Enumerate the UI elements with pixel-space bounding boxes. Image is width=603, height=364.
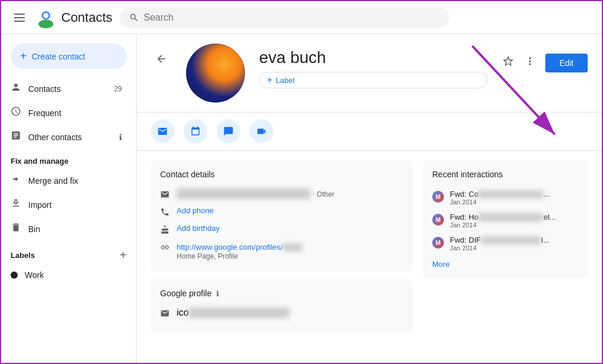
search-bar[interactable] [120, 8, 449, 28]
calendar-action-button[interactable] [184, 120, 207, 143]
email-detail-icon [160, 190, 170, 201]
edit-button[interactable]: Edit [545, 54, 588, 72]
contact-header: eva buch + Label Edit [137, 34, 602, 112]
create-plus-icon: + [20, 49, 27, 63]
birthday-row[interactable]: Add birthday [160, 221, 404, 239]
recent-interactions-title: Recent interactions [432, 170, 578, 179]
label-button[interactable]: + Label [259, 72, 488, 88]
contacts-logo-icon [35, 7, 57, 28]
sidebar-other-contacts-label: Other contacts [28, 133, 82, 142]
contact-actions: Edit [502, 53, 588, 72]
sidebar: + Create contact Contacts 29 Frequent Ot… [1, 34, 137, 363]
interaction-date-3: Jan 2014 [450, 244, 578, 252]
link-detail-icon [160, 243, 170, 254]
website-detail-content: http://www.google.com/profiles/████ Home… [177, 241, 303, 260]
work-label-text: Work [25, 270, 44, 280]
video-action-button[interactable] [250, 120, 273, 143]
sidebar-import-label: Import [28, 200, 52, 210]
website-row: http://www.google.com/profiles/████ Home… [160, 239, 404, 263]
email-detail-content: ████████████████████ · Other [177, 188, 334, 199]
phone-row[interactable]: Add phone [160, 204, 404, 221]
avatar-image [186, 44, 245, 102]
website-type: Home Page, Profile [177, 252, 303, 260]
sidebar-merge-label: Merge and fix [28, 176, 78, 186]
contact-action-icons [137, 112, 602, 151]
interaction-date-1: Jan 2014 [450, 198, 578, 206]
sidebar-item-import[interactable]: Import [1, 193, 131, 216]
create-contact-label: Create contact [32, 52, 85, 61]
email-blurred: ████████████████████ [177, 188, 310, 199]
more-options-button[interactable] [519, 53, 541, 72]
interaction-title-2: Fwd: Ho█████████████el... [450, 213, 578, 221]
add-label-button[interactable]: + [120, 249, 127, 262]
phone-detail-icon [160, 207, 170, 219]
interaction-details-2: Fwd: Ho█████████████el... Jan 2014 [450, 213, 578, 229]
recent-interactions-card: Recent interactions M Fwd: Co███████████… [423, 160, 588, 278]
labels-header: Labels + [1, 241, 136, 264]
label-button-text: Label [276, 76, 294, 85]
interaction-date-2: Jan 2014 [450, 221, 578, 229]
contacts-count: 29 [114, 85, 122, 93]
layout: + Create contact Contacts 29 Frequent Ot… [1, 34, 602, 363]
interaction-item-3[interactable]: M Fwd: DIF████████████I... Jan 2014 [432, 232, 578, 255]
gmail-icon-1: M [432, 191, 444, 203]
fix-manage-section: Fix and manage [1, 150, 136, 168]
search-icon [129, 12, 139, 23]
email-row: ████████████████████ · Other [160, 186, 404, 204]
sidebar-item-work[interactable]: Work [1, 266, 131, 284]
svg-point-2 [44, 12, 49, 18]
import-icon [11, 198, 21, 211]
sidebar-item-merge[interactable]: Merge and fix [1, 169, 131, 192]
interaction-item-2[interactable]: M Fwd: Ho█████████████el... Jan 2014 [432, 209, 578, 232]
topbar: Contacts [1, 1, 602, 34]
email-action-button[interactable] [151, 120, 174, 143]
google-email-icon [160, 309, 170, 320]
bin-icon [11, 222, 21, 236]
sidebar-item-bin[interactable]: Bin [1, 217, 131, 240]
sidebar-bin-label: Bin [28, 224, 40, 234]
add-phone-link[interactable]: Add phone [177, 206, 214, 215]
interaction-details-1: Fwd: Co█████████████... Jan 2014 [450, 190, 578, 206]
contact-name: eva buch [259, 48, 488, 67]
contact-details-title: Contact details [160, 170, 404, 179]
info-icon: ℹ [119, 133, 122, 142]
google-profile-title: Google profile ℹ [160, 289, 404, 298]
sidebar-item-contacts[interactable]: Contacts 29 [1, 77, 131, 100]
create-contact-button[interactable]: + Create contact [11, 44, 127, 69]
star-button[interactable] [502, 55, 515, 71]
interaction-details-3: Fwd: DIF████████████I... Jan 2014 [450, 236, 578, 252]
labels-section-title: Labels [11, 251, 35, 260]
email-type: · Other [313, 190, 334, 198]
back-button[interactable] [151, 48, 172, 72]
interaction-item-1[interactable]: M Fwd: Co█████████████... Jan 2014 [432, 186, 578, 209]
interaction-title-3: Fwd: DIF████████████I... [450, 236, 578, 244]
merge-icon [11, 174, 21, 187]
add-birthday-link[interactable]: Add birthday [177, 224, 220, 233]
recent-interactions-column: Recent interactions M Fwd: Co███████████… [423, 160, 588, 353]
sidebar-item-other-contacts[interactable]: Other contacts ℹ [1, 125, 131, 148]
sidebar-item-frequent[interactable]: Frequent [1, 101, 131, 124]
google-profile-info-icon: ℹ [216, 289, 219, 298]
contact-avatar [186, 44, 245, 102]
frequent-icon [11, 106, 21, 120]
details-column: Contact details ████████████████████ · O… [151, 160, 413, 353]
chat-action-button[interactable] [217, 120, 240, 143]
contact-details-card: Contact details ████████████████████ · O… [151, 160, 413, 272]
website-link[interactable]: http://www.google.com/profiles/████ [177, 243, 303, 252]
search-input[interactable] [144, 12, 440, 23]
google-email-value: ico███████████████ [177, 307, 289, 318]
contacts-icon [11, 82, 21, 95]
google-email-blurred: ███████████████ [188, 307, 289, 318]
gmail-icon-3: M [432, 237, 444, 249]
hamburger-menu[interactable] [11, 10, 28, 25]
more-interactions-link[interactable]: More [432, 260, 578, 269]
google-profile-card: Google profile ℹ ico███████████████ [151, 279, 413, 332]
birthday-detail-icon [160, 225, 170, 237]
sidebar-frequent-label: Frequent [28, 108, 61, 118]
gmail-icon-2: M [432, 214, 444, 226]
contact-info: eva buch + Label [259, 44, 488, 88]
sidebar-contacts-label: Contacts [28, 84, 61, 94]
svg-point-1 [38, 19, 53, 28]
other-contacts-icon [11, 130, 21, 144]
app-logo: Contacts [35, 7, 112, 28]
